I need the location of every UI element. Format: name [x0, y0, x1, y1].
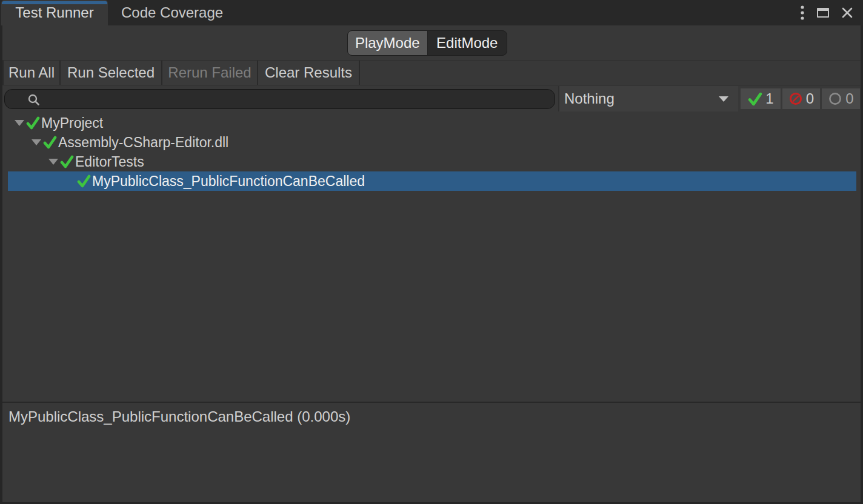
passed-check-icon [25, 116, 41, 130]
not-run-count: 0 [845, 90, 853, 107]
playmode-label: PlayMode [355, 35, 420, 51]
caret-down-icon [719, 96, 728, 102]
test-result-text: MyPublicClass_PublicFunctionCanBeCalled … [8, 408, 350, 425]
dropdown-value: Nothing [564, 90, 719, 107]
tree-item-label: MyProject [41, 115, 103, 131]
window-tab-bar: Test Runner Code Coverage [0, 0, 863, 25]
passed-check-icon [747, 91, 762, 107]
failed-count: 0 [806, 90, 814, 107]
tree-item-label: MyPublicClass_PublicFunctionCanBeCalled [92, 173, 365, 190]
tab-code-coverage[interactable]: Code Coverage [108, 0, 236, 25]
not-run-filter-button[interactable]: 0 [822, 88, 860, 109]
clear-results-button[interactable]: Clear Results [258, 61, 360, 85]
button-label: Run Selected [67, 64, 155, 81]
search-input[interactable] [28, 90, 555, 108]
tree-item-label: Assembly-CSharp-Editor.dll [58, 134, 228, 151]
window-controls [800, 0, 863, 25]
tree-item-label: EditorTests [75, 154, 144, 170]
category-filter-dropdown[interactable]: Nothing [559, 86, 738, 111]
foldout-triangle-icon[interactable] [13, 120, 25, 126]
window-content: PlayMode EditMode Run All Run Selected R… [2, 25, 861, 502]
search-box[interactable] [4, 89, 555, 109]
tree-item-myproject[interactable]: MyProject [2, 113, 861, 133]
kebab-menu-icon[interactable] [800, 5, 805, 21]
tree-item-assembly[interactable]: Assembly-CSharp-Editor.dll [2, 133, 861, 152]
test-mode-toggle: PlayMode EditMode [347, 30, 507, 56]
button-label: Rerun Failed [168, 64, 251, 81]
maximize-icon[interactable] [817, 8, 829, 18]
close-icon[interactable] [841, 7, 853, 19]
tab-label: Code Coverage [121, 4, 223, 21]
passed-check-icon [76, 174, 92, 188]
editmode-label: EditMode [436, 35, 498, 51]
failed-circle-slash-icon [788, 91, 803, 106]
run-toolbar: Run All Run Selected Rerun Failed Clear … [2, 60, 861, 85]
tree-item-editortests[interactable]: EditorTests [2, 152, 861, 171]
passed-count: 1 [765, 90, 773, 107]
tab-bar-spacer [236, 0, 800, 25]
run-selected-button[interactable]: Run Selected [61, 61, 162, 85]
tab-test-runner[interactable]: Test Runner [1, 0, 108, 25]
test-tree: MyProject Assembly-CSharp-Editor.dll Edi… [2, 110, 861, 402]
editmode-button[interactable]: EditMode [427, 31, 507, 55]
passed-check-icon [42, 135, 58, 150]
filter-row: Nothing 1 0 0 [2, 86, 861, 111]
passed-filter-button[interactable]: 1 [741, 88, 781, 109]
playmode-button[interactable]: PlayMode [348, 31, 427, 55]
foldout-triangle-icon[interactable] [47, 159, 59, 165]
tab-label: Test Runner [15, 4, 93, 21]
run-all-button[interactable]: Run All [2, 61, 61, 85]
passed-check-icon [59, 154, 75, 169]
button-label: Run All [8, 64, 55, 81]
search-icon [27, 93, 41, 107]
button-label: Clear Results [265, 64, 352, 81]
foldout-triangle-icon[interactable] [30, 139, 42, 145]
not-run-circle-icon [828, 91, 842, 106]
rerun-failed-button[interactable]: Rerun Failed [162, 61, 258, 85]
test-runner-window: Test Runner Code Coverage [0, 0, 863, 504]
tree-item-test-selected[interactable]: MyPublicClass_PublicFunctionCanBeCalled [2, 171, 861, 191]
test-detail-panel: MyPublicClass_PublicFunctionCanBeCalled … [2, 403, 861, 502]
failed-filter-button[interactable]: 0 [782, 88, 820, 109]
